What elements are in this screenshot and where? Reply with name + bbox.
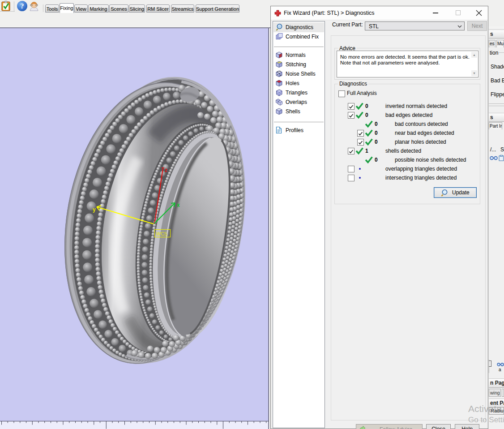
- svg-text:?: ?: [21, 2, 24, 10]
- svg-text:y: y: [93, 206, 96, 213]
- svg-text:WCS: WCS: [156, 231, 167, 236]
- svg-text:z: z: [165, 167, 167, 173]
- svg-text:x: x: [177, 202, 180, 208]
